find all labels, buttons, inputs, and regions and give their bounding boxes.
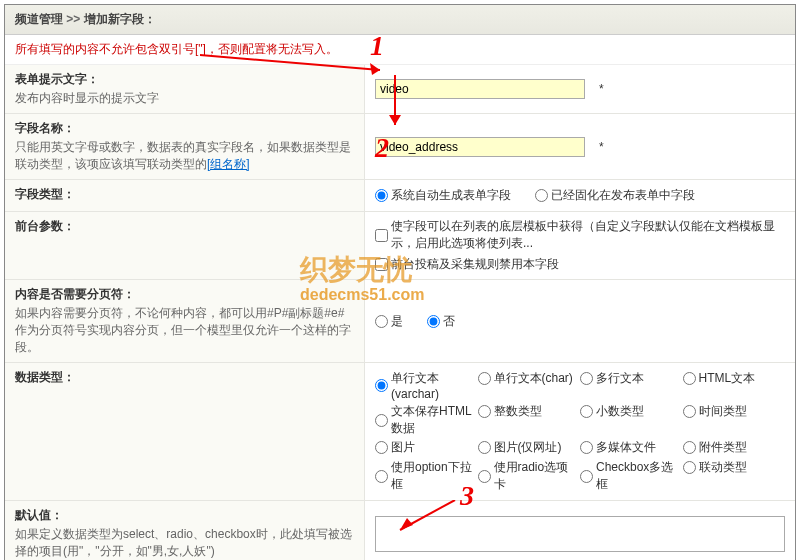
dtype-option[interactable]: 附件类型 [683,439,747,456]
label-default: 默认值： 如果定义数据类型为select、radio、checkbox时，此处填… [5,501,365,560]
radio-auto[interactable]: 系统自动生成表单字段 [375,187,511,204]
hint-input[interactable] [375,79,585,99]
chk-disable-front[interactable]: 前台投稿及采集规则禁用本字段 [375,256,559,273]
radio-yes[interactable]: 是 [375,313,403,330]
label-fieldtype: 字段类型： [5,180,365,211]
label-fieldname: 字段名称： 只能用英文字母或数字，数据表的真实字段名，如果数据类型是联动类型，该… [5,114,365,179]
default-textarea[interactable] [375,516,785,552]
label-pagebreak: 内容是否需要分页符： 如果内容需要分页符，不论何种内容，都可以用#P#副标题#e… [5,280,365,362]
dtype-option[interactable]: 文本保存HTML数据 [375,403,478,437]
required-star: * [599,82,604,96]
required-star: * [599,140,604,154]
dtype-option[interactable]: 单行文本(varchar) [375,370,478,401]
chk-list-template[interactable]: 使字段可以在列表的底层模板中获得（自定义字段默认仅能在文档模板显示，启用此选项将… [375,218,785,252]
radio-fixed[interactable]: 已经固化在发布表单中字段 [535,187,695,204]
warning-text: 所有填写的内容不允许包含双引号["]，否则配置将无法写入。 [5,35,795,65]
breadcrumb: 频道管理 >> 增加新字段： [5,5,795,35]
fieldname-input[interactable] [375,137,585,157]
dtype-option[interactable]: 图片 [375,439,415,456]
dtype-option[interactable]: 使用option下拉框 [375,459,478,493]
label-datatype: 数据类型： [5,363,365,500]
group-name-link[interactable]: [组名称] [207,157,250,171]
radio-no[interactable]: 否 [427,313,455,330]
dtype-option[interactable]: 时间类型 [683,403,747,420]
dtype-option[interactable]: 小数类型 [580,403,644,420]
label-front: 前台参数： [5,212,365,279]
dtype-option[interactable]: HTML文本 [683,370,756,387]
dtype-option[interactable]: 多行文本 [580,370,644,387]
dtype-option[interactable]: 联动类型 [683,459,747,476]
dtype-option[interactable]: 整数类型 [478,403,542,420]
dtype-option[interactable]: Checkbox多选框 [580,459,683,493]
dtype-option[interactable]: 图片(仅网址) [478,439,562,456]
dtype-option[interactable]: 多媒体文件 [580,439,656,456]
dtype-option[interactable]: 使用radio选项卡 [478,459,581,493]
dtype-option[interactable]: 单行文本(char) [478,370,573,387]
label-hint: 表单提示文字： 发布内容时显示的提示文字 [5,65,365,113]
